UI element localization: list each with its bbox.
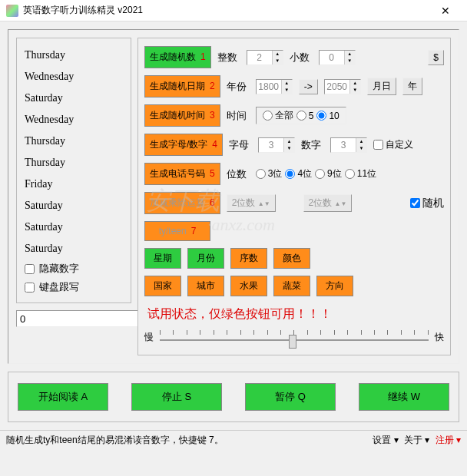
custom-checkbox[interactable] xyxy=(373,140,383,150)
category-button[interactable]: 蔬菜 xyxy=(273,276,310,296)
app-icon xyxy=(6,5,18,17)
category-button[interactable]: 方向 xyxy=(316,276,353,296)
continue-button[interactable]: 继续 W xyxy=(359,383,449,411)
category-button[interactable]: 星期 xyxy=(144,248,181,269)
arith-right-button[interactable]: 2位数 ▲▼ xyxy=(303,194,353,212)
gen-arithmetic-button[interactable]: 加减乘除运算6 xyxy=(144,192,220,214)
time-5-radio[interactable] xyxy=(296,111,306,121)
number-input[interactable] xyxy=(16,310,153,327)
category-button[interactable]: 水果 xyxy=(230,276,267,296)
day-item: Saturday xyxy=(25,88,123,109)
hide-numbers-label: 隐藏数字 xyxy=(39,262,79,276)
status-text: 随机生成ty和teen结尾的易混淆读音数字，快捷键 7。 xyxy=(6,434,369,447)
dollar-button[interactable]: $ xyxy=(428,50,444,65)
gen-phone-button[interactable]: 生成电话号码5 xyxy=(144,163,220,185)
trial-notice: 试用状态，仅绿色按钮可用！！！ xyxy=(144,303,444,327)
keyboard-follow-checkbox[interactable] xyxy=(25,283,35,293)
digit-spinner[interactable]: ▲▼ xyxy=(330,137,367,153)
digits-4-radio[interactable] xyxy=(285,169,295,179)
category-button[interactable]: 城市 xyxy=(187,276,224,296)
arith-left-button[interactable]: 2位数 ▲▼ xyxy=(227,194,276,212)
pause-button[interactable]: 暂停 Q xyxy=(245,383,336,411)
ty-teen-button[interactable]: ty/teen7 xyxy=(144,221,210,241)
letter-spinner[interactable]: ▲▼ xyxy=(258,137,295,153)
hide-numbers-checkbox[interactable] xyxy=(25,264,35,274)
digits-11-radio[interactable] xyxy=(345,169,355,179)
time-10-radio[interactable] xyxy=(316,111,326,121)
day-item: Thursday xyxy=(25,45,123,66)
day-item: Wednesday xyxy=(25,66,123,88)
day-item: Friday xyxy=(25,174,123,195)
year-from-spinner[interactable]: ▲▼ xyxy=(256,79,293,94)
days-list: ThursdayWednesdaySaturdayWednesdayThursd… xyxy=(16,38,131,303)
time-all-radio[interactable] xyxy=(263,111,273,121)
category-button[interactable]: 颜色 xyxy=(273,248,310,269)
start-read-button[interactable]: 开始阅读 A xyxy=(18,383,108,411)
stop-button[interactable]: 停止 S xyxy=(131,383,222,411)
day-item: Thursday xyxy=(25,152,123,174)
gen-random-time-button[interactable]: 生成随机时间3 xyxy=(144,104,220,127)
day-item: Saturday xyxy=(25,238,123,259)
slow-label: 慢 xyxy=(144,331,154,344)
settings-menu[interactable]: 设置 ▾ xyxy=(373,435,398,445)
about-menu[interactable]: 关于 ▾ xyxy=(404,435,429,445)
category-button[interactable]: 月份 xyxy=(187,248,224,269)
category-button[interactable]: 序数 xyxy=(230,248,267,269)
decimal-spinner[interactable]: ▲▼ xyxy=(319,50,356,65)
gen-random-number-button[interactable]: 生成随机数1 xyxy=(144,46,211,68)
day-item: Saturday xyxy=(25,195,123,217)
digits-3-radio[interactable] xyxy=(256,169,266,179)
gen-random-date-button[interactable]: 生成随机日期2 xyxy=(144,75,220,98)
month-day-button[interactable]: 月日 xyxy=(367,78,396,95)
category-button[interactable]: 国家 xyxy=(144,276,181,296)
day-item: Thursday xyxy=(25,131,123,152)
year-arrow-button[interactable]: -> xyxy=(299,79,318,94)
close-button[interactable]: ✕ xyxy=(430,5,461,17)
day-item: Wednesday xyxy=(25,109,123,131)
register-menu[interactable]: 注册 ▾ xyxy=(436,435,461,445)
year-to-spinner[interactable]: ▲▼ xyxy=(324,79,361,94)
integer-spinner[interactable]: ▲▼ xyxy=(247,50,283,65)
window-title: 英语数字听力训练精灵 v2021 xyxy=(23,4,430,17)
random-checkbox[interactable] xyxy=(410,198,420,208)
gen-letter-digit-button[interactable]: 生成字母/数字4 xyxy=(144,134,223,156)
keyboard-follow-label: 键盘跟写 xyxy=(39,280,79,294)
digits-9-radio[interactable] xyxy=(315,169,325,179)
fast-label: 快 xyxy=(435,331,444,344)
day-item: Saturday xyxy=(25,217,123,238)
year-button[interactable]: 年 xyxy=(402,78,422,95)
speed-slider[interactable] xyxy=(160,327,429,347)
